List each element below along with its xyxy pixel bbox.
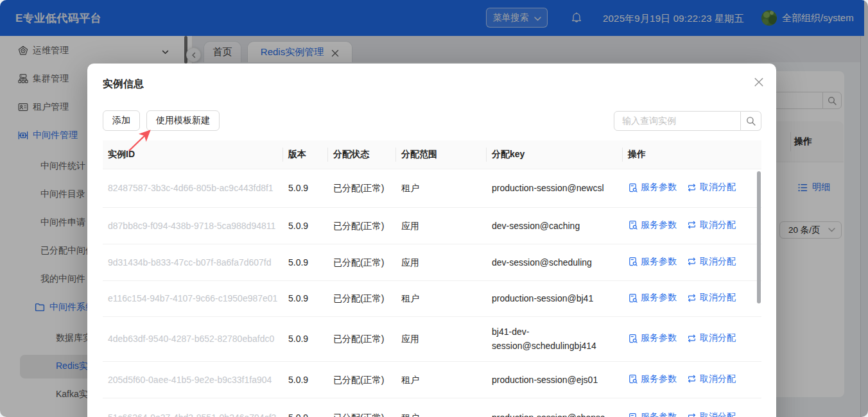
file-search-icon [628, 373, 638, 383]
service-params-label: 服务参数 [641, 180, 677, 194]
cell-version: 5.0.9 [283, 398, 328, 417]
column-header-1: 版本 [283, 140, 328, 169]
cell-status: 已分配(正常) [328, 361, 396, 398]
service-params-link[interactable]: 服务参数 [628, 180, 677, 194]
modal-search-group [614, 111, 761, 131]
cell-instance-id: 51c66264-9e37-4bd3-8551-0b246a794cf3 [103, 398, 283, 417]
swap-icon [687, 373, 697, 383]
swap-icon [687, 256, 697, 266]
column-header-2: 分配状态 [328, 140, 396, 169]
cell-key: dev-session@scheduling [487, 244, 623, 280]
modal-title: 实例信息 [103, 78, 144, 91]
cancel-allocation-link[interactable]: 取消分配 [687, 330, 736, 345]
cell-actions: 服务参数取消分配 [623, 169, 761, 207]
file-search-icon [628, 219, 638, 229]
swap-icon [687, 293, 697, 302]
cell-actions: 服务参数取消分配 [623, 207, 761, 244]
cell-version: 5.0.9 [283, 361, 328, 398]
file-search-icon [628, 256, 638, 266]
service-params-label: 服务参数 [641, 409, 677, 417]
cell-actions: 服务参数取消分配 [623, 244, 761, 280]
cell-actions: 服务参数取消分配 [623, 398, 761, 417]
cell-key: production-session@chensc [487, 398, 623, 417]
cancel-allocation-label: 取消分配 [700, 371, 736, 386]
cell-key: production-session@ejs01 [487, 361, 623, 398]
modal-close-icon[interactable] [754, 78, 763, 87]
cell-instance-id: 4deb63df-9540-4287-b652-82780ebafdc0 [103, 316, 283, 361]
swap-icon [687, 182, 697, 192]
cancel-allocation-link[interactable]: 取消分配 [687, 180, 736, 194]
cell-instance-id: e116c154-94b7-4107-9c66-c1950e987e01 [103, 280, 283, 316]
cell-key: dev-session@caching [487, 207, 623, 244]
cell-key: production-session@bj41 [487, 280, 623, 316]
instance-info-modal: 实例信息 添加 使用模板新建 实例ID版本分配状态分配范围分配key操作 824… [87, 64, 776, 417]
service-params-link[interactable]: 服务参数 [628, 330, 677, 345]
cell-version: 5.0.9 [283, 169, 328, 207]
swap-icon [687, 412, 697, 417]
cell-instance-id: d87bb8c9-f094-438b-9718-5ca988d94811 [103, 207, 283, 244]
cell-status: 已分配(正常) [328, 316, 396, 361]
cell-scope: 租户 [396, 361, 487, 398]
column-header-4: 分配key [487, 140, 623, 169]
file-search-icon [628, 293, 638, 302]
service-params-link[interactable]: 服务参数 [628, 290, 677, 304]
cell-scope: 租户 [396, 398, 487, 417]
cell-version: 5.0.9 [283, 244, 328, 280]
cell-status: 已分配(正常) [328, 207, 396, 244]
service-params-link[interactable]: 服务参数 [628, 371, 677, 386]
cancel-allocation-link[interactable]: 取消分配 [687, 409, 736, 417]
file-search-icon [628, 182, 638, 192]
service-params-label: 服务参数 [641, 290, 677, 304]
cell-actions: 服务参数取消分配 [623, 316, 761, 361]
table-row: 51c66264-9e37-4bd3-8551-0b246a794cf35.0.… [103, 398, 761, 417]
service-params-label: 服务参数 [641, 254, 677, 268]
table-row: e116c154-94b7-4107-9c66-c1950e987e015.0.… [103, 280, 761, 316]
search-button[interactable] [741, 111, 761, 131]
annotation-arrow [122, 123, 161, 157]
service-params-link[interactable]: 服务参数 [628, 254, 677, 268]
cell-version: 5.0.9 [283, 207, 328, 244]
cell-status: 已分配(正常) [328, 398, 396, 417]
cell-scope: 应用 [396, 207, 487, 244]
swap-icon [687, 333, 697, 343]
cancel-allocation-link[interactable]: 取消分配 [687, 290, 736, 304]
service-params-label: 服务参数 [641, 217, 677, 232]
cell-status: 已分配(正常) [328, 244, 396, 280]
cell-version: 5.0.9 [283, 280, 328, 316]
table-row: 205d5f60-0aee-41b5-9e2e-b9c33f1fa9045.0.… [103, 361, 761, 398]
cell-scope: 租户 [396, 280, 487, 316]
cancel-allocation-link[interactable]: 取消分配 [687, 217, 736, 232]
cancel-allocation-link[interactable]: 取消分配 [687, 371, 736, 386]
file-search-icon [628, 412, 638, 417]
cell-instance-id: 82487587-3b3c-4d66-805b-ac9c443fd8f1 [103, 169, 283, 207]
swap-icon [687, 219, 697, 229]
cancel-allocation-link[interactable]: 取消分配 [687, 254, 736, 268]
table-row: 82487587-3b3c-4d66-805b-ac9c443fd8f15.0.… [103, 169, 761, 207]
table-row: 4deb63df-9540-4287-b652-82780ebafdc05.0.… [103, 316, 761, 361]
service-params-link[interactable]: 服务参数 [628, 409, 677, 417]
instance-search-input[interactable] [614, 111, 741, 131]
service-params-link[interactable]: 服务参数 [628, 217, 677, 232]
cell-actions: 服务参数取消分配 [623, 280, 761, 316]
table-row: 9d31434b-b833-47cc-b07f-8a6fa7d607fd5.0.… [103, 244, 761, 280]
cancel-allocation-label: 取消分配 [700, 290, 736, 304]
instance-table: 实例ID版本分配状态分配范围分配key操作 82487587-3b3c-4d66… [103, 140, 761, 417]
cancel-allocation-label: 取消分配 [700, 330, 736, 345]
cell-status: 已分配(正常) [328, 169, 396, 207]
table-row: d87bb8c9-f094-438b-9718-5ca988d948115.0.… [103, 207, 761, 244]
cell-key: bj41-dev-session@schedulingbj414 [487, 316, 623, 361]
file-search-icon [628, 333, 638, 343]
column-header-5: 操作 [623, 140, 761, 169]
cell-actions: 服务参数取消分配 [623, 361, 761, 398]
cell-scope: 应用 [396, 316, 487, 361]
cell-instance-id: 9d31434b-b833-47cc-b07f-8a6fa7d607fd [103, 244, 283, 280]
cell-scope: 租户 [396, 169, 487, 207]
cell-status: 已分配(正常) [328, 280, 396, 316]
instance-table-wrap: 实例ID版本分配状态分配范围分配key操作 82487587-3b3c-4d66… [103, 140, 761, 417]
service-params-label: 服务参数 [641, 371, 677, 386]
table-scrollbar-thumb[interactable] [757, 171, 761, 303]
cell-instance-id: 205d5f60-0aee-41b5-9e2e-b9c33f1fa904 [103, 361, 283, 398]
cell-version: 5.0.9 [283, 316, 328, 361]
app-window: E专业低代码平台 菜单搜索 2025年9月19日 09:22:23 星期五 [0, 0, 868, 417]
column-header-3: 分配范围 [396, 140, 487, 169]
